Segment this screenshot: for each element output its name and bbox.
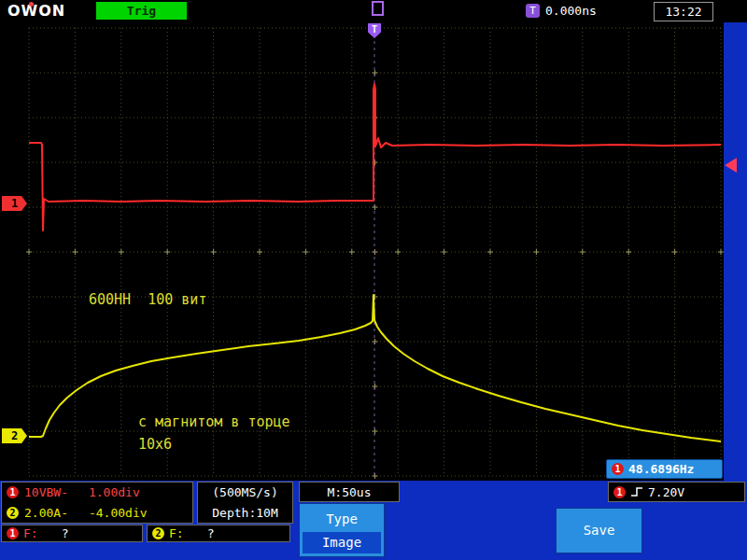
channel1-scale: 10VBW- — [24, 485, 68, 499]
annotation-magnet: с магнитом в торце — [138, 413, 290, 430]
measure1-channel-icon: 1 — [7, 527, 19, 539]
trigger-level-arrow[interactable] — [725, 158, 737, 173]
frequency-badge: 1 48.6896Hz — [606, 459, 723, 479]
measure1-box: 1 F: ? — [1, 525, 143, 542]
sample-rate: (500MS/s) — [212, 485, 277, 499]
top-status-bar: OWON Trig T 0.000ns 13:22 — [0, 0, 747, 22]
trigger-position-indicator[interactable] — [372, 1, 384, 16]
channel1-info-row: 1 10VBW- 1.00div — [7, 485, 140, 499]
trigger-info-box: 1 7.20V — [608, 482, 745, 502]
trigger-time-icon: T — [526, 4, 540, 18]
owon-logo: OWON — [7, 2, 65, 20]
save-button[interactable]: Save — [556, 508, 642, 553]
channel1-number-icon: 1 — [7, 486, 19, 498]
timebase-box: M:50us — [299, 482, 400, 502]
logo-dot — [29, 2, 34, 7]
measure1-label: F: — [23, 526, 38, 540]
annotation-size: 10x6 — [138, 436, 172, 453]
measure2-box: 2 F: ? — [147, 525, 290, 542]
channel2-info-row: 2 2.00A- -4.00div — [7, 506, 148, 520]
frequency-value: 48.6896Hz — [628, 462, 694, 476]
rising-edge-icon — [630, 485, 643, 498]
type-menu-label: Type — [300, 504, 384, 532]
annotation-core-type: 600НН 100 вит — [89, 291, 206, 308]
trigger-status-badge: Trig — [96, 2, 187, 20]
screen-right-frame — [724, 22, 747, 481]
clock: 13:22 — [654, 2, 713, 21]
measure2-value: ? — [207, 526, 215, 540]
channel2-number-icon: 2 — [7, 507, 19, 519]
channel-info-box: 1 10VBW- 1.00div 2 2.00A- -4.00div — [1, 482, 193, 524]
timebase-value: M:50us — [328, 485, 372, 499]
trigger-channel-icon: 1 — [613, 486, 626, 498]
measure1-value: ? — [62, 526, 69, 540]
channel1-badge-icon: 1 — [612, 463, 624, 475]
measure2-label: F: — [169, 526, 184, 540]
type-menu-button[interactable]: Type Image — [299, 503, 385, 557]
measure2-channel-icon: 2 — [152, 527, 164, 539]
channel2-offset: -4.00div — [89, 506, 148, 520]
trigger-level-value: 7.20V — [648, 485, 684, 499]
type-menu-selected-option[interactable]: Image — [303, 532, 381, 553]
memory-depth: Depth:10M — [212, 506, 277, 520]
acquisition-info-box: (500MS/s) Depth:10M — [197, 482, 293, 524]
trigger-time-readout: 0.000ns — [545, 3, 597, 19]
channel2-scale: 2.00A- — [24, 506, 68, 520]
waveform-screen — [0, 22, 724, 481]
channel1-offset: 1.00div — [89, 485, 140, 499]
